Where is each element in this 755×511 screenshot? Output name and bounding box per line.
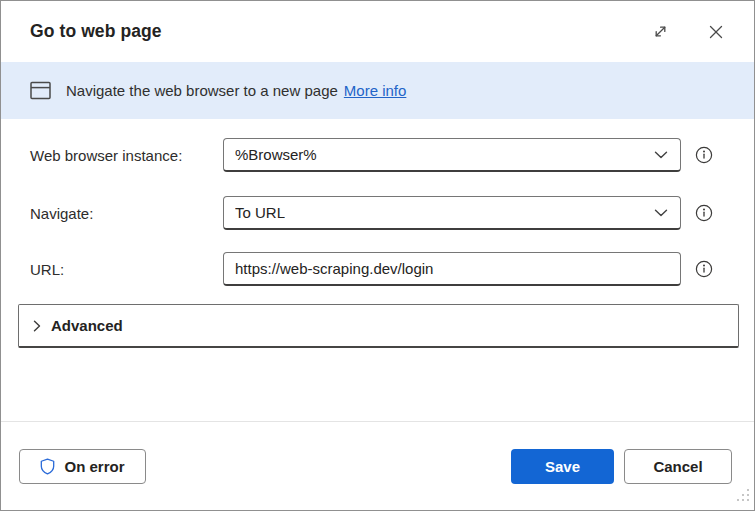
- navigate-value: To URL: [235, 204, 285, 221]
- url-label: URL:: [30, 261, 223, 278]
- go-to-web-page-dialog: Go to web page: [0, 0, 755, 511]
- resize-grip[interactable]: [736, 488, 750, 506]
- web-browser-instance-info-icon[interactable]: [693, 144, 715, 166]
- banner-description: Navigate the web browser to a new page: [66, 82, 338, 99]
- cancel-label: Cancel: [653, 458, 702, 475]
- close-icon: [709, 25, 723, 39]
- more-info-link[interactable]: More info: [344, 82, 407, 99]
- shield-icon: [40, 458, 55, 475]
- url-input[interactable]: [223, 252, 681, 286]
- chevron-down-icon: [654, 209, 668, 217]
- web-browser-instance-row: Web browser instance: %Browser%: [30, 138, 715, 172]
- save-label: Save: [545, 458, 580, 475]
- web-browser-instance-dropdown[interactable]: %Browser%: [223, 138, 681, 172]
- chevron-down-icon: [654, 151, 668, 159]
- chevron-right-icon: [33, 320, 41, 332]
- cancel-button[interactable]: Cancel: [624, 449, 732, 484]
- close-dialog-button[interactable]: [700, 16, 732, 48]
- web-browser-instance-label: Web browser instance:: [30, 147, 223, 164]
- advanced-label: Advanced: [51, 317, 123, 334]
- browser-window-icon: [30, 81, 51, 100]
- dialog-title: Go to web page: [30, 21, 162, 42]
- header-actions: [644, 16, 732, 48]
- navigate-dropdown[interactable]: To URL: [223, 196, 681, 230]
- web-browser-instance-value: %Browser%: [235, 146, 317, 163]
- expand-dialog-button[interactable]: [644, 16, 676, 48]
- navigate-row: Navigate: To URL: [30, 196, 715, 230]
- action-description-banner: Navigate the web browser to a new page M…: [1, 62, 754, 119]
- save-button[interactable]: Save: [511, 449, 614, 484]
- advanced-expander[interactable]: Advanced: [18, 304, 739, 348]
- expand-icon: [653, 24, 668, 39]
- footer-divider: [1, 421, 754, 422]
- navigate-info-icon[interactable]: [693, 202, 715, 224]
- navigate-label: Navigate:: [30, 205, 223, 222]
- on-error-label: On error: [64, 458, 124, 475]
- on-error-button[interactable]: On error: [19, 449, 146, 484]
- url-info-icon[interactable]: [693, 258, 715, 280]
- dialog-header: Go to web page: [1, 1, 754, 62]
- url-row: URL:: [30, 252, 715, 286]
